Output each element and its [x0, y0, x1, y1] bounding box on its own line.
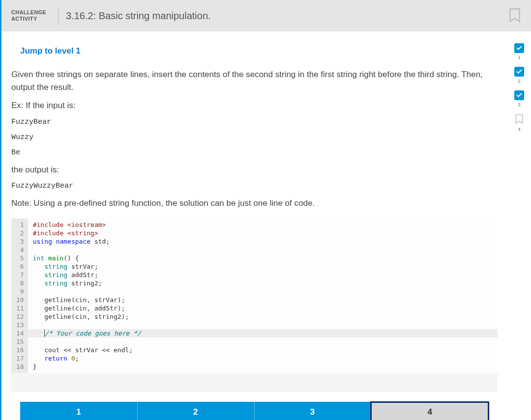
note-paragraph: Note: Using a pre-defined string functio…: [11, 197, 498, 210]
activity-header: CHALLENGE ACTIVITY 3.16.2: Basic string …: [1, 0, 531, 31]
jump-to-level-link[interactable]: Jump to level 1: [20, 46, 81, 56]
level-stepper: 1234: [20, 402, 489, 420]
challenge-label-1: CHALLENGE: [11, 9, 51, 16]
editor-footer-pad: [11, 372, 498, 392]
challenge-label-2: ACTIVITY: [11, 16, 51, 22]
code-area[interactable]: #include <iostream>#include <string>usin…: [28, 219, 498, 373]
progress-step-number: 1: [518, 55, 520, 60]
progress-step-number: 3: [518, 102, 520, 107]
content-wrap: Jump to level 1 Given three strings on s…: [1, 31, 531, 420]
level-step-3[interactable]: 3: [254, 402, 371, 420]
example-label: Ex: If the input is:: [11, 99, 498, 112]
check-icon[interactable]: [514, 43, 524, 53]
progress-step-number: 2: [518, 79, 520, 84]
output-label: the output is:: [11, 164, 498, 176]
code-editor[interactable]: 123456789101112131415161718 #include <io…: [11, 219, 498, 373]
example-output: FuzzyWuzzyBear: [11, 182, 498, 190]
example-input-1: FuzzyBear: [11, 118, 498, 126]
progress-sidebar: 1234: [507, 31, 531, 420]
progress-step-number: 4: [518, 127, 520, 132]
challenge-activity-container: CHALLENGE ACTIVITY 3.16.2: Basic string …: [0, 0, 531, 420]
activity-title: 3.16.2: Basic string manipulation.: [66, 10, 211, 22]
line-gutter: 123456789101112131415161718: [11, 219, 28, 373]
example-input-3: Be: [11, 148, 498, 157]
check-icon[interactable]: [514, 67, 524, 77]
level-step-4[interactable]: 4: [370, 401, 489, 420]
example-input-2: Wuzzy: [11, 133, 498, 141]
level-step-1[interactable]: 1: [20, 402, 137, 420]
bookmark-icon[interactable]: [515, 114, 524, 125]
main-content: Jump to level 1 Given three strings on s…: [1, 31, 507, 420]
level-step-2[interactable]: 2: [137, 402, 254, 420]
check-icon[interactable]: [514, 90, 524, 100]
divider: [58, 7, 59, 25]
prompt-paragraph: Given three strings on separate lines, i…: [11, 68, 498, 93]
bookmark-icon[interactable]: [508, 8, 521, 24]
challenge-label: CHALLENGE ACTIVITY: [11, 9, 51, 22]
